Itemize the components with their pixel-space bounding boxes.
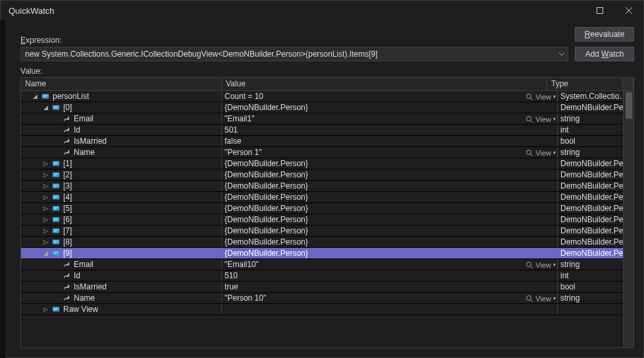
value-cell[interactable]: false: [222, 136, 558, 146]
collapse-icon[interactable]: ◢: [42, 250, 49, 256]
table-row[interactable]: Email"Email1"View ▾string: [21, 113, 633, 125]
name-cell[interactable]: Email: [21, 259, 222, 270]
value-cell[interactable]: true: [222, 282, 558, 292]
value-cell[interactable]: 510: [222, 270, 558, 281]
column-header-value[interactable]: Value: [222, 78, 547, 90]
property-icon: [62, 272, 71, 280]
table-row[interactable]: ▷[6]{DemoNBuilder.Person}DemoNBuilder.Pe…: [21, 214, 633, 225]
table-row[interactable]: IsMarriedfalsebool: [21, 136, 633, 147]
value-cell[interactable]: "Person 1"View ▾: [222, 147, 558, 158]
table-row[interactable]: ▷[1]{DemoNBuilder.Person}DemoNBuilder.Pe…: [21, 158, 633, 169]
row-name: [4]: [63, 193, 72, 202]
name-cell[interactable]: ◢personList: [21, 91, 222, 102]
close-button[interactable]: [614, 1, 643, 20]
name-cell[interactable]: IsMarried: [21, 136, 222, 146]
table-row[interactable]: ▷[4]{DemoNBuilder.Person}DemoNBuilder.Pe…: [21, 192, 633, 203]
grid-header: Name Value Type: [21, 78, 633, 91]
name-cell[interactable]: ▷[4]: [21, 192, 222, 202]
value-cell[interactable]: {DemoNBuilder.Person}: [222, 225, 558, 236]
name-cell[interactable]: ▷[8]: [21, 237, 222, 247]
table-row[interactable]: ▷[8]{DemoNBuilder.Person}DemoNBuilder.Pe…: [21, 237, 633, 248]
name-cell[interactable]: ▷[7]: [21, 225, 222, 236]
value-cell[interactable]: {DemoNBuilder.Person}: [222, 169, 558, 180]
table-row[interactable]: ◢[9]{DemoNBuilder.Person}DemoNBuilder.Pe…: [21, 248, 633, 259]
view-visualizer-button[interactable]: View ▾: [525, 113, 556, 124]
name-cell[interactable]: ▷[5]: [21, 203, 222, 214]
expand-icon[interactable]: ▷: [42, 306, 49, 313]
value-cell[interactable]: "Email1"View ▾: [222, 113, 558, 124]
table-row[interactable]: ▷Raw View: [21, 304, 633, 315]
column-header-name[interactable]: Name: [21, 78, 222, 90]
name-cell[interactable]: ▷Raw View: [21, 304, 222, 314]
name-cell[interactable]: ▷[1]: [21, 158, 222, 169]
value-cell[interactable]: "Person 10"View ▾: [222, 293, 558, 303]
view-visualizer-button[interactable]: View ▾: [525, 91, 556, 102]
name-cell[interactable]: ▷[6]: [21, 214, 222, 225]
name-cell[interactable]: ◢[0]: [21, 102, 222, 113]
scrollbar-thumb[interactable]: [626, 92, 632, 119]
table-row[interactable]: Email"Email10"View ▾string: [21, 259, 633, 270]
row-type: int: [560, 271, 630, 280]
type-cell: DemoNBuilder.Pe...: [558, 237, 633, 247]
view-visualizer-button[interactable]: View ▾: [525, 147, 556, 158]
name-cell[interactable]: Id: [21, 125, 222, 135]
expression-dropdown-icon[interactable]: [556, 47, 568, 61]
value-cell[interactable]: {DemoNBuilder.Person}: [222, 181, 558, 191]
type-cell: DemoNBuilder.Pe...: [558, 169, 633, 180]
titlebar: QuickWatch: [1, 1, 643, 20]
watch-grid: Name Value Type ◢personListCount = 10Vie…: [20, 77, 634, 348]
collapse-icon[interactable]: ◢: [42, 104, 49, 111]
vertical-scrollbar[interactable]: [623, 91, 633, 347]
name-cell[interactable]: ▷[2]: [21, 169, 222, 180]
value-cell[interactable]: [222, 304, 558, 314]
name-cell[interactable]: ◢[9]: [21, 248, 222, 258]
type-cell: DemoNBuilder.Pe...: [558, 192, 633, 202]
reevaluate-button[interactable]: Reevaluate: [575, 27, 634, 42]
expand-icon[interactable]: ▷: [42, 205, 49, 212]
value-cell[interactable]: Count = 10View ▾: [222, 91, 558, 102]
expand-icon[interactable]: ▷: [42, 216, 49, 223]
value-cell[interactable]: {DemoNBuilder.Person}: [222, 214, 558, 225]
expression-label: Expression:: [20, 36, 568, 45]
expand-icon[interactable]: ▷: [42, 227, 49, 234]
table-row[interactable]: Id501int: [21, 125, 633, 136]
table-row[interactable]: ▷[5]{DemoNBuilder.Person}DemoNBuilder.Pe…: [21, 203, 633, 214]
table-row[interactable]: IsMarriedtruebool: [21, 282, 633, 293]
name-cell[interactable]: Name: [21, 147, 222, 158]
name-cell[interactable]: Email: [21, 113, 222, 124]
value-cell[interactable]: "Email10"View ▾: [222, 259, 558, 270]
name-cell[interactable]: Name: [21, 293, 222, 303]
name-cell[interactable]: ▷[3]: [21, 181, 222, 191]
svg-rect-0: [597, 8, 603, 14]
table-row[interactable]: ▷[2]{DemoNBuilder.Person}DemoNBuilder.Pe…: [21, 169, 633, 181]
column-header-type[interactable]: Type: [547, 78, 623, 90]
expand-icon[interactable]: ▷: [42, 183, 49, 189]
value-cell[interactable]: {DemoNBuilder.Person}: [222, 237, 558, 247]
table-row[interactable]: ◢personListCount = 10View ▾System.Collec…: [21, 91, 633, 102]
value-cell[interactable]: {DemoNBuilder.Person}: [222, 158, 558, 169]
name-cell[interactable]: IsMarried: [21, 282, 222, 292]
table-row[interactable]: Name"Person 1"View ▾string: [21, 147, 633, 158]
expand-icon[interactable]: ▷: [42, 171, 49, 178]
add-watch-button[interactable]: Add Watch: [575, 47, 634, 61]
view-visualizer-button[interactable]: View ▾: [525, 259, 556, 270]
view-visualizer-button[interactable]: View ▾: [525, 293, 556, 303]
maximize-button[interactable]: [585, 1, 614, 20]
value-cell[interactable]: {DemoNBuilder.Person}: [222, 102, 558, 113]
table-row[interactable]: ◢[0]{DemoNBuilder.Person}DemoNBuilder.Pe…: [21, 102, 633, 113]
expand-icon[interactable]: ▷: [42, 239, 49, 245]
expand-icon[interactable]: ▷: [42, 160, 49, 167]
expand-icon[interactable]: ▷: [42, 194, 49, 200]
value-cell[interactable]: {DemoNBuilder.Person}: [222, 248, 558, 258]
name-cell[interactable]: Id: [21, 270, 222, 281]
value-cell[interactable]: {DemoNBuilder.Person}: [222, 192, 558, 202]
table-row[interactable]: ▷[7]{DemoNBuilder.Person}DemoNBuilder.Pe…: [21, 225, 633, 237]
expression-input[interactable]: [21, 47, 556, 61]
table-row[interactable]: Name"Person 10"View ▾string: [21, 293, 633, 304]
table-row[interactable]: ▷[3]{DemoNBuilder.Person}DemoNBuilder.Pe…: [21, 181, 633, 192]
object-icon: [51, 227, 61, 235]
collapse-icon[interactable]: ◢: [32, 93, 38, 100]
value-cell[interactable]: {DemoNBuilder.Person}: [222, 203, 558, 214]
value-cell[interactable]: 501: [222, 125, 558, 135]
table-row[interactable]: Id510int: [21, 270, 633, 282]
